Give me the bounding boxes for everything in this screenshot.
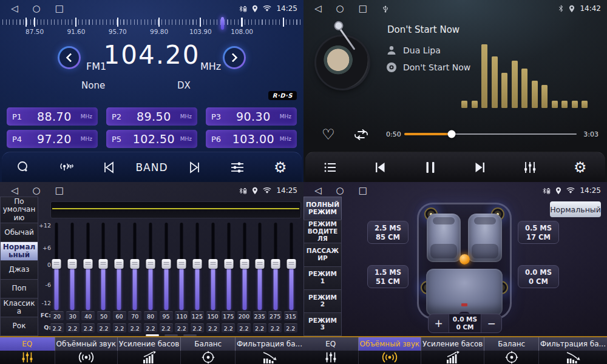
front-right-delay-button[interactable]: 0.5 MS 17 CM <box>518 221 559 244</box>
eq-band-slider[interactable] <box>52 221 61 312</box>
slider-handle[interactable] <box>271 259 280 269</box>
settings-button[interactable]: ⚙ <box>566 156 594 179</box>
nav-back-icon[interactable]: ◁ <box>11 4 18 13</box>
audio-settings-button[interactable] <box>223 156 251 179</box>
nav-recents-icon[interactable]: □ <box>359 186 367 195</box>
eq-band-slider[interactable] <box>83 221 93 312</box>
slider-handle[interactable] <box>67 259 76 269</box>
eq-preset-pop[interactable]: Поп <box>0 279 38 298</box>
slider-handle[interactable] <box>256 259 265 269</box>
delay-increase-button[interactable]: + <box>429 314 449 332</box>
slider-handle[interactable] <box>161 259 171 269</box>
pause-button[interactable] <box>416 156 444 179</box>
aps-button[interactable] <box>52 156 80 179</box>
slider-handle[interactable] <box>99 259 108 269</box>
eq-band-slider[interactable] <box>240 221 249 312</box>
settings-button[interactable]: ⚙ <box>266 156 294 179</box>
mode-custom-3[interactable]: РЕЖИМ 3 <box>304 312 342 336</box>
eq-band-slider[interactable] <box>224 221 234 312</box>
tab-eq[interactable]: EQ <box>0 337 55 364</box>
eq-band-slider[interactable] <box>271 221 280 312</box>
mode-custom-2[interactable]: РЕЖИМ 2 <box>304 289 342 312</box>
eq-band-slider[interactable] <box>177 221 186 312</box>
eq-band-slider[interactable] <box>130 221 140 312</box>
front-left-delay-button[interactable]: 2.5 MS 85 CM <box>367 221 409 244</box>
tab-bass-boost[interactable]: Усиление басов <box>421 337 484 364</box>
slider-handle[interactable] <box>193 259 202 269</box>
slider-handle[interactable] <box>115 259 124 269</box>
nav-recents-icon[interactable]: □ <box>359 4 367 13</box>
slider-handle[interactable] <box>52 259 61 269</box>
slider-handle[interactable] <box>146 259 155 269</box>
slider-handle[interactable] <box>240 259 249 269</box>
preset-button[interactable]: P4 97.20 MHz <box>7 130 98 148</box>
eq-preset-rock[interactable]: Рок <box>0 317 38 336</box>
rear-left-delay-button[interactable]: 1.5 MS 51 CM <box>367 265 409 288</box>
mode-full[interactable]: ПОЛНЫЙ РЕЖИМ <box>304 197 342 220</box>
next-track-button[interactable] <box>466 156 494 179</box>
preset-button[interactable]: P5 102.50 MHz <box>106 130 197 148</box>
eq-band-slider[interactable] <box>208 221 218 312</box>
eq-band-slider[interactable] <box>114 221 124 312</box>
favorite-button[interactable]: ♡ <box>322 126 335 143</box>
slider-handle[interactable] <box>177 259 186 269</box>
seek-bar[interactable] <box>404 133 577 135</box>
slider-handle[interactable] <box>287 259 296 269</box>
eq-preset-jazz[interactable]: Джаз <box>0 260 38 279</box>
tab-bass-boost[interactable]: Усиление басов <box>117 337 180 364</box>
tab-filter[interactable]: Фильтрация ба... <box>235 337 304 364</box>
delay-decrease-button[interactable]: − <box>481 314 501 332</box>
eq-band-slider[interactable] <box>161 221 171 312</box>
mode-custom-1[interactable]: РЕЖИМ 1 <box>304 266 342 289</box>
eq-band-slider[interactable] <box>98 221 108 312</box>
nav-back-icon[interactable]: ◁ <box>314 186 322 195</box>
tab-balance[interactable]: Баланс <box>484 337 538 364</box>
nav-home-icon[interactable]: ○ <box>33 186 41 195</box>
slider-handle[interactable] <box>130 259 139 269</box>
nav-recents-icon[interactable]: □ <box>55 186 64 195</box>
preset-button[interactable]: P2 89.50 MHz <box>106 107 197 126</box>
seek-bar-thumb[interactable] <box>447 130 455 138</box>
eq-preset-default[interactable]: По умолчанию <box>0 197 38 223</box>
eq-preset-classic[interactable]: Классика <box>0 298 38 317</box>
frequency-scale[interactable]: 87.5091.6095.7099.80103.90108.00 <box>2 18 301 36</box>
eq-band-slider[interactable] <box>287 221 296 312</box>
slider-handle[interactable] <box>83 259 92 269</box>
mode-passenger[interactable]: ПАССАЖИР <box>304 243 342 266</box>
slider-handle[interactable] <box>224 259 233 269</box>
previous-station-button[interactable] <box>95 156 123 179</box>
slider-handle[interactable] <box>208 259 217 269</box>
preset-button[interactable]: P1 88.70 MHz <box>7 107 98 126</box>
tab-filter[interactable]: Фильтрация ба... <box>538 337 607 364</box>
preset-button[interactable]: P3 90.30 MHz <box>206 107 297 126</box>
mode-driver[interactable]: РЕЖИМ ВОДИТЕЛЯ <box>304 220 342 243</box>
rear-right-delay-button[interactable]: 0.0 MS 0 CM <box>518 265 559 288</box>
eq-preset-normal[interactable]: Нормальный <box>0 241 38 260</box>
tab-balance[interactable]: Баланс <box>180 337 235 364</box>
nav-recents-icon[interactable]: □ <box>55 4 64 13</box>
nav-home-icon[interactable]: ○ <box>336 186 344 195</box>
eq-band-slider[interactable] <box>255 221 265 312</box>
album-art-disc[interactable] <box>316 36 368 89</box>
nav-home-icon[interactable]: ○ <box>336 4 344 13</box>
nav-home-icon[interactable]: ○ <box>33 4 41 13</box>
tab-surround[interactable]: Объёмный звук <box>55 337 118 364</box>
previous-track-button[interactable] <box>366 156 394 179</box>
equalizer-button[interactable] <box>516 156 544 179</box>
preset-button[interactable]: P6 103.00 MHz <box>206 130 297 148</box>
nav-back-icon[interactable]: ◁ <box>11 186 18 195</box>
tab-eq[interactable]: EQ <box>304 337 358 364</box>
listening-position-marker[interactable] <box>459 254 470 265</box>
sound-profile-button[interactable]: Нормальный <box>550 201 601 217</box>
tab-surround[interactable]: Объёмный звук <box>358 337 421 364</box>
playlist-button[interactable] <box>316 156 344 179</box>
band-button[interactable]: BAND <box>138 156 166 179</box>
tune-up-button[interactable] <box>223 46 246 69</box>
eq-preset-custom[interactable]: Обычай <box>0 223 38 241</box>
nav-back-icon[interactable]: ◁ <box>314 4 322 13</box>
repeat-button[interactable] <box>353 127 369 144</box>
next-station-button[interactable] <box>181 156 209 179</box>
scan-button[interactable] <box>9 156 37 179</box>
eq-band-slider[interactable] <box>192 221 202 312</box>
eq-band-slider[interactable] <box>146 221 155 312</box>
